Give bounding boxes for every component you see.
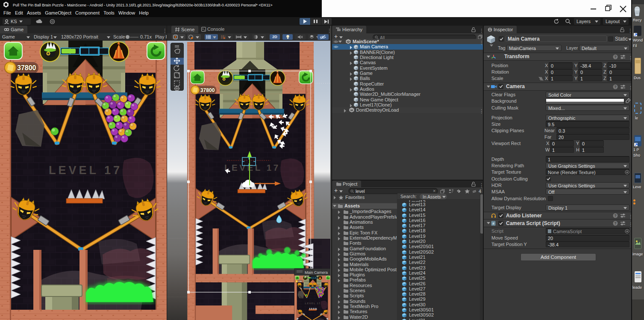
svg-text:?: ? [614,213,617,218]
svg-text:Main Camera: Main Camera [305,270,328,275]
svg-text:?: ? [614,221,617,225]
svg-text:?: ? [614,85,617,89]
svg-text:?: ? [614,55,617,59]
svg-text:#: # [492,222,494,225]
